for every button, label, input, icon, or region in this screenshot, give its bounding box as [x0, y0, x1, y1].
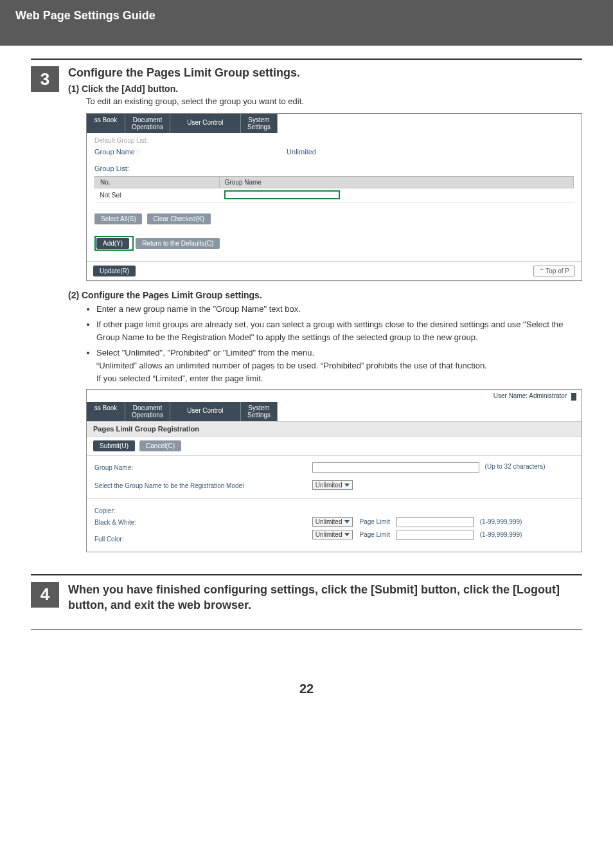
- fullcolor-label: Full Color:: [94, 534, 297, 545]
- tab-system-settings[interactable]: System Settings: [241, 402, 278, 421]
- chevron-down-icon: [344, 533, 350, 536]
- step-number-badge: 3: [31, 66, 59, 92]
- step-number-4: 4: [40, 584, 49, 604]
- header-title: Web Page Settings Guide: [15, 9, 155, 22]
- substep-2-bullets: Enter a new group name in the "Group Nam…: [96, 303, 582, 386]
- bullet-3-tail2: If you selected “Limited”, enter the pag…: [96, 374, 263, 383]
- step-number-badge: 4: [31, 582, 59, 608]
- chevron-down-icon: [344, 520, 350, 523]
- col-group-name: Group Name: [219, 176, 573, 188]
- tab-user-control[interactable]: User Control: [170, 402, 241, 421]
- select-value: Unlimited: [315, 482, 342, 489]
- tab-label-l1: Document: [133, 404, 163, 411]
- shot2-tabs: ss Book Document Operations User Control…: [87, 402, 582, 421]
- tab-label-l2: Operations: [132, 411, 163, 419]
- top-of-page-button[interactable]: ⌃ Top of P: [533, 266, 575, 276]
- page-header: Web Page Settings Guide: [0, 0, 613, 46]
- tab-system-settings[interactable]: System Settings: [241, 114, 278, 133]
- logout-icon[interactable]: [571, 393, 576, 401]
- submit-button[interactable]: Submit(U): [93, 440, 135, 451]
- bullet-3-text: Select "Unlimited", "Prohibited" or "Lim…: [96, 348, 314, 357]
- col-no: No.: [95, 176, 220, 188]
- color-select[interactable]: Unlimited: [312, 530, 353, 539]
- select-all-button[interactable]: Select All(S): [94, 213, 142, 224]
- step-4-body: When you have finished configuring setti…: [68, 582, 582, 617]
- bw-label: Black & White:: [94, 517, 297, 529]
- divider: [31, 574, 582, 575]
- bw-range: (1-99,999,999): [480, 518, 522, 525]
- group-name-input[interactable]: [312, 462, 479, 473]
- tab-label: User Control: [187, 119, 223, 126]
- bw-select[interactable]: Unlimited: [312, 517, 353, 527]
- bullet-2: If other page limit groups are already s…: [96, 318, 582, 344]
- page-limit-label: Page Limit: [359, 531, 389, 538]
- return-defaults-button[interactable]: Return to the Defaults(C): [136, 238, 220, 249]
- color-page-limit-input[interactable]: [396, 530, 474, 540]
- tab-label-l2: Operations: [132, 123, 163, 131]
- clear-checked-button[interactable]: Clear Checked(K): [147, 213, 211, 224]
- user-name-label: User Name: Administrator: [493, 392, 567, 399]
- bw-page-limit-input[interactable]: [396, 517, 474, 527]
- group-list-table: No. Group Name Not Set: [94, 176, 574, 203]
- tab-address-book[interactable]: ss Book: [87, 114, 125, 133]
- tab-label-l1: Document: [133, 116, 163, 123]
- step-3-title: Configure the Pages Limit Group settings…: [68, 66, 582, 80]
- default-group-list-label: Default Group List:: [94, 137, 574, 144]
- group-name-label: Group Name :: [94, 148, 139, 156]
- section-title: Pages Limit Group Registration: [87, 421, 582, 437]
- group-name-field-label: Group Name:: [94, 462, 297, 474]
- screenshot-1: ss Book Document Operations User Control…: [86, 113, 582, 281]
- group-name-value: Unlimited: [287, 148, 316, 156]
- update-button[interactable]: Update(R): [93, 266, 136, 276]
- group-name-highlight[interactable]: [224, 190, 340, 199]
- page-number: 22: [31, 682, 582, 696]
- step-4-title: When you have finished configuring setti…: [68, 582, 582, 613]
- tab-label-l1: System: [248, 404, 269, 411]
- step-3-body: Configure the Pages Limit Group settings…: [68, 66, 582, 561]
- tab-user-control[interactable]: User Control: [170, 114, 241, 133]
- model-select[interactable]: Unlimited: [312, 480, 353, 490]
- tab-document-operations[interactable]: Document Operations: [125, 114, 170, 133]
- chevron-down-icon: [344, 484, 350, 487]
- form-row-copier: Copier: Black & White: Full Color: Unlim…: [87, 498, 582, 552]
- select-value: Unlimited: [315, 518, 342, 525]
- substep-2-label: (2) Configure the Pages Limit Group sett…: [68, 290, 582, 300]
- divider: [31, 59, 582, 60]
- screenshot-2: User Name: Administrator ss Book Documen…: [86, 389, 582, 552]
- cell-not-set: Not Set: [95, 188, 220, 203]
- tab-label-l2: Settings: [247, 411, 271, 419]
- bullet-3: Select "Unlimited", "Prohibited" or "Lim…: [96, 347, 582, 385]
- color-range: (1-99,999,999): [480, 531, 522, 538]
- group-list-label: Group List:: [94, 165, 574, 172]
- substep-1-label: (1) Click the [Add] button.: [68, 84, 582, 94]
- select-value: Unlimited: [315, 531, 342, 538]
- step-number-3: 3: [40, 69, 49, 89]
- tab-label-l1: System: [248, 116, 269, 123]
- tab-label: ss Book: [94, 404, 118, 411]
- shot1-tabs: ss Book Document Operations User Control…: [87, 114, 582, 133]
- tab-address-book[interactable]: ss Book: [87, 402, 125, 421]
- select-model-label: Select the Group Name to be the Registra…: [94, 480, 297, 492]
- add-button[interactable]: Add(Y): [96, 238, 129, 249]
- copier-label: Copier:: [94, 505, 297, 517]
- tab-document-operations[interactable]: Document Operations: [125, 402, 170, 421]
- tab-label: User Control: [187, 407, 223, 414]
- step-3: 3 Configure the Pages Limit Group settin…: [31, 66, 582, 561]
- form-row-groupname: Group Name: Select the Group Name to be …: [87, 455, 582, 498]
- up-to-chars: (Up to 32 characters): [485, 463, 546, 470]
- bullet-1: Enter a new group name in the "Group Nam…: [96, 303, 582, 316]
- page-limit-label: Page Limit: [359, 518, 389, 525]
- step-4: 4 When you have finished configuring set…: [31, 582, 582, 617]
- tab-label-l2: Settings: [247, 123, 271, 131]
- substep-1-text: To edit an existing group, select the gr…: [86, 95, 582, 108]
- tab-label: ss Book: [94, 116, 118, 123]
- bullet-3-tail1: “Unlimited” allows an unlimited number o…: [96, 361, 487, 370]
- content-area: 3 Configure the Pages Limit Group settin…: [0, 59, 613, 722]
- divider: [31, 629, 582, 630]
- cancel-button[interactable]: Cancel(C): [139, 440, 181, 451]
- table-row: Not Set: [95, 188, 574, 203]
- add-highlight: Add(Y): [94, 236, 134, 251]
